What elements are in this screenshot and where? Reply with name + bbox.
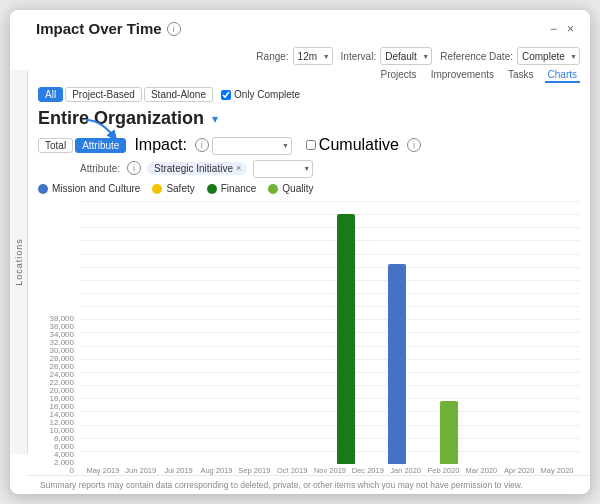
tab-tasks[interactable]: Tasks [505,68,537,83]
cumulative-control: Cumulative i [306,136,421,154]
window-controls: − × [548,22,576,36]
attribute-label: Attribute: i [80,161,141,175]
x-axis-label: Jul 2019 [160,466,198,475]
only-complete-label: Only Complete [234,89,300,100]
cumulative-label: Cumulative [319,136,399,154]
attribute-info-icon[interactable]: i [127,161,141,175]
attribute-row: Attribute: i Strategic Initiative × ▼ [28,157,590,181]
reference-date-select-wrapper: Complete ▼ [517,47,580,65]
impact-label: Impact: [134,136,186,154]
title-bar: Impact Over Time i − × [10,10,590,43]
legend-row: Mission and CultureSafetyFinanceQuality [28,180,590,197]
footer-note: Summary reports may contain data corresp… [28,475,590,494]
x-axis-label: Sep 2019 [235,466,273,475]
legend-color-dot [268,184,278,194]
stand-alone-button[interactable]: Stand-Alone [144,87,213,102]
interval-control: Interval: Default ▼ [341,47,433,65]
legend-color-dot [38,184,48,194]
range-label: Range: [256,51,288,62]
legend-item: Finance [207,183,257,194]
filter-icon[interactable]: ▾ [212,112,218,126]
tag-label: Strategic Initiative [154,163,233,174]
x-axis-label: May 2019 [84,466,122,475]
interval-label: Interval: [341,51,377,62]
x-axis-label: Oct 2019 [273,466,311,475]
bar[interactable] [337,214,355,464]
legend-color-dot [152,184,162,194]
close-button[interactable]: × [565,22,576,36]
strategic-initiative-tag: Strategic Initiative × [147,162,247,175]
project-based-button[interactable]: Project-Based [65,87,142,102]
tab-charts[interactable]: Charts [545,68,580,83]
cumulative-checkbox[interactable] [306,140,316,150]
top-controls-row: Range: 12m ▼ Interval: Default ▼ [28,43,590,65]
title-info-icon[interactable]: i [167,22,181,36]
chart-area: 02,0004,0006,0008,00010,00012,00014,0001… [28,197,590,475]
x-axis-label: Dec 2019 [349,466,387,475]
reference-date-select[interactable]: Complete [517,47,580,65]
x-axis-label: Aug 2019 [198,466,236,475]
range-select-wrapper: 12m ▼ [293,47,333,65]
grid-bars-area [80,201,580,464]
legend-item-label: Mission and Culture [52,183,140,194]
x-axis-label: Mar 2020 [462,466,500,475]
arrow-annotation [76,115,131,143]
x-axis-label: Apr 2020 [500,466,538,475]
tab-projects[interactable]: Projects [378,68,420,83]
legend-item: Quality [268,183,313,194]
main-tabs-row: Projects Improvements Tasks Charts [28,65,590,85]
bar-group [440,201,458,464]
attribute-select-wrapper: ▼ [253,159,313,179]
view-tab-row: Total Attribute Impact: i ▼ Cumulative i [28,133,590,157]
window-title: Impact Over Time [36,20,162,37]
sidebar-strip: Locations [10,70,28,454]
minimize-button[interactable]: − [548,22,559,36]
x-axis-label: Jun 2019 [122,466,160,475]
legend-item: Safety [152,183,194,194]
x-axis-label: Jan 2020 [387,466,425,475]
legend-color-dot [207,184,217,194]
range-select[interactable]: 12m [293,47,333,65]
only-complete-checkbox[interactable] [221,90,231,100]
x-axis-label: May 2020 [538,466,576,475]
bar-group [388,201,406,464]
content-area: Range: 12m ▼ Interval: Default ▼ [10,43,590,494]
y-axis-label: 0 [70,467,74,475]
all-button[interactable]: All [38,87,63,102]
reference-date-control: Reference Date: Complete ▼ [440,47,580,65]
chart-inner: 02,0004,0006,0008,00010,00012,00014,0001… [38,201,580,475]
cumulative-info-icon[interactable]: i [407,138,421,152]
bars-container [80,201,580,464]
legend-item-label: Safety [166,183,194,194]
attribute-select[interactable] [253,160,313,178]
view-mode-buttons: All Project-Based Stand-Alone [38,87,213,102]
x-axis: May 2019Jun 2019Jul 2019Aug 2019Sep 2019… [80,464,580,475]
reference-date-label: Reference Date: [440,51,513,62]
x-axis-label: Feb 2020 [425,466,463,475]
bar-group [337,201,355,464]
main-window: Locations Impact Over Time i − × Range: … [10,10,590,494]
impact-control: Impact: i ▼ [134,135,291,155]
bar[interactable] [440,401,458,464]
total-tab-button[interactable]: Total [38,138,73,153]
impact-select-wrapper: ▼ [212,135,292,155]
sidebar-label: Locations [14,238,24,286]
interval-select-wrapper: Default ▼ [380,47,432,65]
only-complete-row: Only Complete [221,89,300,100]
legend-item-label: Finance [221,183,257,194]
x-axis-label: Nov 2019 [311,466,349,475]
legend-item-label: Quality [282,183,313,194]
plot-area: May 2019Jun 2019Jul 2019Aug 2019Sep 2019… [80,201,580,475]
range-control: Range: 12m ▼ [256,47,332,65]
bar[interactable] [388,264,406,464]
tag-remove-button[interactable]: × [236,163,241,173]
impact-select[interactable] [212,137,292,155]
legend-item: Mission and Culture [38,183,140,194]
interval-select[interactable]: Default [380,47,432,65]
tab-improvements[interactable]: Improvements [428,68,497,83]
impact-info-icon[interactable]: i [195,138,209,152]
y-axis: 02,0004,0006,0008,00010,00012,00014,0001… [38,201,80,475]
filter-buttons-row: All Project-Based Stand-Alone Only Compl… [28,85,590,102]
